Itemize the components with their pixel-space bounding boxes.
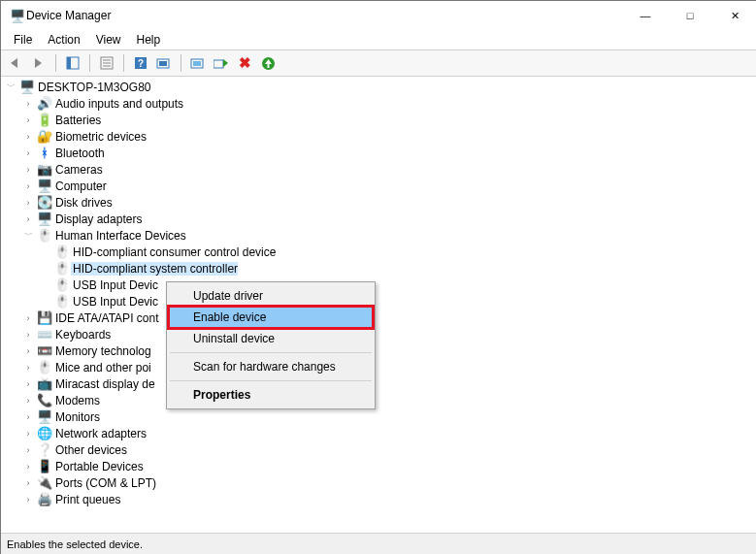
- add-legacy-button[interactable]: [259, 54, 277, 72]
- expand-icon[interactable]: ›: [20, 148, 36, 158]
- toolbar-separator: [123, 54, 124, 72]
- status-bar: Enables the selected device.: [1, 533, 756, 554]
- minimize-button[interactable]: —: [623, 1, 668, 30]
- disk-icon: 💽: [36, 195, 53, 210]
- hid-device-icon: 🖱️: [53, 294, 71, 309]
- tree-item[interactable]: ›🔐Biometric devices: [1, 128, 756, 145]
- expand-icon[interactable]: ›: [20, 132, 36, 142]
- expand-icon[interactable]: ›: [20, 198, 36, 208]
- tree-item[interactable]: ›🖥️Monitors: [1, 408, 756, 425]
- tree-item[interactable]: ›📞Modems: [1, 392, 756, 408]
- svg-rect-11: [193, 61, 201, 66]
- expand-icon[interactable]: ›: [20, 495, 36, 505]
- expand-icon[interactable]: ›: [20, 313, 36, 323]
- hid-device-disabled-icon: 🖱️: [53, 261, 71, 276]
- uninstall-device-button[interactable]: ✖: [236, 54, 253, 72]
- properties-button[interactable]: [98, 54, 115, 72]
- tree-item[interactable]: ›📺Miracast display de: [1, 375, 756, 392]
- expand-icon[interactable]: ›: [20, 165, 36, 175]
- hid-device-icon: 🖱️: [53, 277, 71, 292]
- menu-action[interactable]: Action: [41, 31, 86, 49]
- tree-item[interactable]: 🖱️HID-compliant consumer control device: [1, 244, 756, 260]
- svg-rect-1: [67, 57, 71, 69]
- tree-item[interactable]: ›💽Disk drives: [1, 194, 756, 211]
- tree-item[interactable]: ›🔋Batteries: [1, 112, 756, 128]
- tree-item-selected[interactable]: 🖱️HID-compliant system controller: [1, 260, 756, 277]
- context-menu: Update driver Enable device Uninstall de…: [166, 281, 376, 409]
- enable-device-button[interactable]: [213, 54, 230, 72]
- tree-item[interactable]: ›📼Memory technolog: [1, 342, 756, 359]
- expand-icon[interactable]: ›: [20, 330, 36, 340]
- ctx-enable-device[interactable]: Enable device: [169, 307, 373, 328]
- hid-device-icon: 🖱️: [53, 244, 71, 259]
- ctx-update-driver[interactable]: Update driver: [169, 285, 373, 307]
- tree-root[interactable]: ﹀ 🖥️ DESKTOP-1M3OG80: [1, 79, 756, 95]
- tree-item-hid[interactable]: ﹀🖱️Human Interface Devices: [1, 227, 756, 244]
- ctx-scan-hardware[interactable]: Scan for hardware changes: [169, 356, 373, 377]
- expand-icon[interactable]: ›: [20, 429, 36, 439]
- expand-icon[interactable]: ›: [20, 478, 36, 488]
- scan-hardware-button[interactable]: [155, 54, 173, 72]
- hid-icon: 🖱️: [36, 228, 53, 243]
- help-button[interactable]: ?: [132, 54, 149, 72]
- tree-item[interactable]: ›🖥️Display adapters: [1, 211, 756, 227]
- expand-icon[interactable]: ›: [20, 214, 36, 224]
- tree-item[interactable]: ›🔌Ports (COM & LPT): [1, 474, 756, 491]
- keyboard-icon: ⌨️: [36, 327, 53, 342]
- ctx-properties[interactable]: Properties: [169, 384, 373, 406]
- tree-item[interactable]: 🖱️USB Input Devic: [1, 293, 756, 310]
- toolbar: ? ✖: [1, 49, 756, 77]
- tree-item[interactable]: ›💾IDE ATA/ATAPI cont: [1, 310, 756, 326]
- titlebar: 🖥️ Device Manager — □ ✕: [1, 1, 756, 30]
- svg-rect-9: [159, 61, 167, 66]
- miracast-icon: 📺: [36, 376, 53, 391]
- expand-icon[interactable]: ›: [20, 363, 36, 373]
- expand-icon[interactable]: ›: [20, 181, 36, 191]
- tree-item[interactable]: ›🌐Network adapters: [1, 425, 756, 441]
- menu-view[interactable]: View: [89, 31, 128, 49]
- close-button[interactable]: ✕: [712, 1, 756, 30]
- tree-item[interactable]: ›ᚼBluetooth: [1, 145, 756, 161]
- maximize-button[interactable]: □: [668, 1, 712, 30]
- svg-rect-12: [214, 60, 223, 68]
- expand-icon[interactable]: ›: [20, 396, 36, 406]
- tree-item[interactable]: ›🖨️Print queues: [1, 491, 756, 507]
- back-button[interactable]: [7, 54, 24, 72]
- client-area: ﹀ 🖥️ DESKTOP-1M3OG80 ›🔊Audio inputs and …: [1, 77, 756, 533]
- window-title: Device Manager: [26, 9, 623, 22]
- collapse-icon[interactable]: ﹀: [3, 81, 18, 93]
- portable-icon: 📱: [36, 459, 53, 473]
- tree-item[interactable]: ›📷Cameras: [1, 161, 756, 178]
- expand-icon[interactable]: ›: [20, 462, 36, 472]
- tree-item[interactable]: ›📱Portable Devices: [1, 458, 756, 474]
- menu-file[interactable]: File: [7, 31, 39, 49]
- menu-help[interactable]: Help: [130, 31, 168, 49]
- expand-icon[interactable]: ›: [20, 346, 36, 356]
- show-hide-tree-button[interactable]: [64, 54, 82, 72]
- tree-item[interactable]: 🖱️USB Input Devic: [1, 277, 756, 293]
- ctx-uninstall-device[interactable]: Uninstall device: [169, 328, 373, 349]
- memory-icon: 📼: [36, 343, 53, 358]
- tree-item[interactable]: ›🖱️Mice and other poi: [1, 359, 756, 375]
- tree-item[interactable]: ›🔊Audio inputs and outputs: [1, 95, 756, 112]
- expand-icon[interactable]: ›: [20, 115, 36, 125]
- expand-icon[interactable]: ›: [20, 445, 36, 455]
- tree-item[interactable]: ›🖥️Computer: [1, 178, 756, 194]
- print-icon: 🖨️: [36, 492, 53, 506]
- biometric-icon: 🔐: [36, 129, 53, 144]
- other-icon: ❔: [36, 442, 53, 457]
- modem-icon: 📞: [36, 393, 53, 407]
- collapse-icon[interactable]: ﹀: [20, 229, 36, 242]
- tree-item[interactable]: ›⌨️Keyboards: [1, 326, 756, 342]
- tree-item[interactable]: ›❔Other devices: [1, 441, 756, 458]
- toolbar-separator: [181, 54, 181, 72]
- update-driver-button[interactable]: [189, 54, 207, 72]
- bluetooth-icon: ᚼ: [36, 146, 53, 160]
- expand-icon[interactable]: ›: [20, 379, 36, 389]
- ports-icon: 🔌: [36, 475, 53, 490]
- expand-icon[interactable]: ›: [20, 99, 36, 109]
- audio-icon: 🔊: [36, 96, 53, 111]
- forward-button[interactable]: [30, 54, 48, 72]
- expand-icon[interactable]: ›: [20, 412, 36, 422]
- device-tree[interactable]: ﹀ 🖥️ DESKTOP-1M3OG80 ›🔊Audio inputs and …: [1, 77, 756, 533]
